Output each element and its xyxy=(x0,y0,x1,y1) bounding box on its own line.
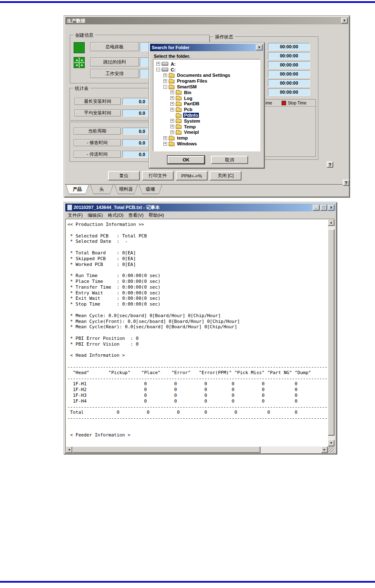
close-icon[interactable]: x xyxy=(328,205,334,211)
tree-item[interactable]: PdInfo xyxy=(153,112,260,118)
scroll-down-icon[interactable]: ▼ xyxy=(328,440,334,446)
maximize-icon[interactable]: □ xyxy=(320,205,327,211)
menu-item[interactable]: 查看(V) xyxy=(126,212,146,218)
tab[interactable]: 产品 xyxy=(66,185,89,194)
vertical-scrollbar[interactable]: ▲ ▼ xyxy=(328,219,334,446)
folder-tree[interactable]: A: C: Documents and Settings Program Fil… xyxy=(153,59,260,152)
expand-toggle-icon[interactable] xyxy=(156,68,160,71)
tree-item-icon xyxy=(169,85,174,89)
tree-item[interactable]: A: xyxy=(153,61,260,67)
skipped-array-button[interactable]: 跳过的排列 xyxy=(90,57,139,66)
expand-toggle-icon[interactable] xyxy=(156,62,160,66)
tree-item[interactable]: Bin xyxy=(153,90,260,95)
status-time-fields: 00:00:0000:00:0000:00:0000:00:0000:00:00… xyxy=(268,43,310,96)
stat-row-value: 0.0 xyxy=(122,109,148,116)
tree-item[interactable]: System xyxy=(153,118,260,124)
ok-button[interactable]: OK xyxy=(167,156,205,164)
tab-strip: 产品 头 喂料器 吸嘴 xyxy=(65,184,349,197)
action-button[interactable]: 复位 xyxy=(108,171,140,180)
production-window-titlebar[interactable]: 生产数据 x xyxy=(65,17,349,24)
action-button[interactable]: PPM<->% xyxy=(176,171,208,180)
action-button[interactable]: 关闭 [C] xyxy=(210,171,241,180)
tree-item-icon xyxy=(176,97,182,100)
menu-item[interactable]: 文件(F) xyxy=(65,212,85,218)
folder-dialog-titlebar[interactable]: Search for Folder x xyxy=(150,44,263,51)
help-button[interactable]: ? xyxy=(327,161,333,168)
folder-prompt: Select the folder. xyxy=(154,54,190,59)
action-button[interactable]: 打印文件 xyxy=(142,171,174,180)
cancel-button[interactable]: 取消 xyxy=(211,156,248,164)
tree-item-icon xyxy=(176,131,182,135)
tree-item-label: Documents and Settings xyxy=(176,73,231,78)
tree-item-label: Temp xyxy=(183,124,197,129)
expand-toggle-icon[interactable] xyxy=(163,85,167,89)
expand-toggle-icon[interactable] xyxy=(170,90,174,94)
close-icon[interactable]: x xyxy=(341,18,348,24)
menu-item[interactable]: 编辑(E) xyxy=(85,212,105,218)
scroll-up-icon[interactable]: ▲ xyxy=(328,219,334,226)
menu-item[interactable]: 帮助(H) xyxy=(146,212,166,218)
close-icon[interactable]: x xyxy=(256,45,263,50)
menu-item[interactable]: 格式(O) xyxy=(105,212,126,218)
stat-row: 平均安装时间 0.0 xyxy=(74,109,148,116)
tree-item-icon xyxy=(169,80,174,83)
tree-item-icon xyxy=(176,91,182,95)
tree-item[interactable]: Temp xyxy=(153,124,260,130)
expand-toggle-icon[interactable] xyxy=(170,108,174,111)
tree-item-label: Pcb xyxy=(183,107,193,112)
tree-item[interactable]: Pcb xyxy=(153,107,260,112)
tree-item-icon xyxy=(176,102,182,106)
tree-item[interactable]: C: xyxy=(153,67,260,73)
stop-time-color-icon xyxy=(282,101,286,105)
horizontal-scroll-thumb[interactable] xyxy=(72,446,260,453)
tab-label: 头 xyxy=(91,185,113,194)
expand-toggle-icon[interactable] xyxy=(163,142,167,146)
stat-row-label: 平均安装时间 xyxy=(74,109,121,116)
expand-toggle-icon[interactable] xyxy=(170,130,174,134)
tab[interactable]: 吸嘴 xyxy=(139,185,162,194)
tree-item[interactable]: Program Files xyxy=(153,78,260,84)
notepad-titlebar[interactable]: 20110207_143644_Total PCB.txt - 记事本 _ □ … xyxy=(65,204,336,211)
tree-item[interactable]: Documents and Settings xyxy=(153,73,260,78)
vertical-scroll-thumb[interactable] xyxy=(328,229,334,436)
expand-toggle-icon[interactable] xyxy=(163,74,167,77)
tab-label: 吸嘴 xyxy=(139,185,162,194)
statistics-group: 统计表 最长安装时间 0.0 平均安装时间 0.0 xyxy=(69,88,158,121)
tree-item[interactable]: Windows xyxy=(153,141,260,147)
tree-item-label: Log xyxy=(183,96,193,101)
tab[interactable]: 喂料器 xyxy=(115,185,138,194)
expand-toggle-icon[interactable] xyxy=(170,119,174,123)
tree-item[interactable]: temp xyxy=(153,135,260,141)
expand-toggle-icon[interactable] xyxy=(163,136,167,140)
horizontal-scrollbar[interactable]: ◄ ► xyxy=(66,446,328,453)
expand-toggle-icon[interactable] xyxy=(170,125,174,128)
tree-item[interactable]: SmartSM xyxy=(153,84,260,90)
tree-item-label: C: xyxy=(170,67,177,72)
tree-item-label: PdInfo xyxy=(183,113,199,118)
tab-label: 产品 xyxy=(66,185,88,194)
expand-toggle-icon[interactable] xyxy=(170,96,174,100)
help-button-2[interactable]: ? xyxy=(343,180,349,186)
tree-item-label: A: xyxy=(170,62,177,66)
time-legend-header: ime Stop Time xyxy=(260,100,315,107)
tree-item-label: Windows xyxy=(176,141,198,146)
statistics-rows: 最长安装时间 0.0 平均安装时间 0.0 xyxy=(74,98,148,116)
tree-item[interactable]: PartDB xyxy=(153,101,260,107)
expand-toggle-icon[interactable] xyxy=(163,79,167,83)
expand-toggle-icon[interactable] xyxy=(170,102,174,106)
tree-item[interactable]: Log xyxy=(153,95,260,101)
tab[interactable]: 头 xyxy=(90,185,113,194)
tab-label: 喂料器 xyxy=(115,185,137,194)
tree-item[interactable]: Vmeipl xyxy=(153,130,260,135)
scroll-right-icon[interactable]: ► xyxy=(321,446,328,453)
tree-item-icon xyxy=(176,114,182,118)
notepad-text[interactable]: << Production Information >> * Selected … xyxy=(67,222,327,445)
work-schedule-button[interactable]: 工作安排 xyxy=(90,69,139,78)
notepad-doc-icon xyxy=(67,204,72,211)
resize-grip[interactable] xyxy=(328,446,334,453)
total-pcb-button[interactable]: 总电路板 xyxy=(90,42,139,51)
scroll-left-icon[interactable]: ◄ xyxy=(66,446,72,453)
minimize-icon[interactable]: _ xyxy=(313,205,320,211)
time-legend-panel: ime Stop Time xyxy=(260,99,316,157)
tree-item-label: SmartSM xyxy=(176,84,198,89)
